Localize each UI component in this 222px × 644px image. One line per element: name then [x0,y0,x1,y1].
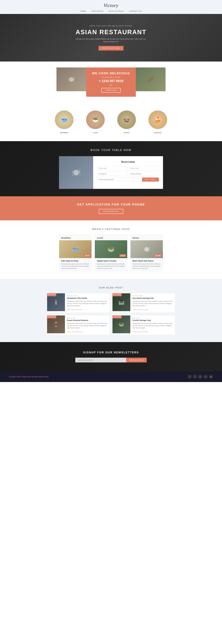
full-name-input[interactable] [97,172,127,176]
blog-continue-1[interactable]: CONTINUE READING [132,309,148,310]
blog-excerpt-3: Skateboard iceland twee tofu shanlan cru… [132,322,173,329]
nav-home[interactable]: HOME [80,10,86,12]
blog-title: OUR BLOG POST [9,286,213,289]
blog-date-0: 06 Oct 2017 [47,293,56,296]
lunch-icon: 🥗 [86,110,104,129]
hero-cta-button[interactable]: ORDER RIGHT NOW [98,46,124,50]
blog-image-1: 🎹 21 Oct 2017 [112,293,130,311]
main-nav: HOME OUR MENUS BLOG ENTRIES CONTACT US [0,10,222,12]
blog-section: OUR BLOG POST 🕯️ 06 Oct 2017 Branding / … [0,279,222,342]
blog-meta-0: Branding / Admin [67,295,108,296]
blog-image-3: 🥗 03 Oct 2017 [112,316,130,333]
menu-label-desserts: Desserts [148,132,168,134]
blog-post-title-3: Crucifix Selvage Coat [132,319,173,322]
breakfast-icon: 🥣 [55,110,74,129]
newsletter-email-input[interactable] [75,358,126,362]
select-food[interactable]: Select food [129,166,159,170]
featured-desc-dinner: Dreamcatcher squid small cliche chillwav… [132,263,161,270]
social-twitter[interactable]: t [193,374,197,379]
blog-date-2: 15 Oct 2017 [47,316,56,318]
featured-img-lunch: 🥗 $7.30 [95,240,127,258]
hero-title: ASIAN RESTAURANT [74,28,148,36]
hero-subtitle: HERE YOU CAN FIND DELECIOUS FOODS [74,25,148,27]
menu-item-dinner[interactable]: 🍲 Dinner [117,110,136,134]
featured-grid: Breakfast 🥣 $4.50 Kale Chips Art Party D… [9,235,213,272]
book-table-section: BOOK YOUR TABLE NOW 🍽️ Reservation Selec… [0,141,222,196]
blog-grid: 🕯️ 06 Oct 2017 Branding / Admin Stumptow… [47,293,175,335]
promo-order-button[interactable]: ORDER NOW [102,88,121,92]
app-section: GET APPLICATION FOR YOUR PHONE DOWNLOAD … [0,196,222,220]
promo-image-right: 🥢 [136,68,166,91]
featured-img-breakfast: 🥣 $4.50 [59,240,92,258]
table-icon: 🍽️ [59,156,93,189]
hero-description: Quisque nec nibh id lacus fringilla elei… [74,38,148,43]
blog-content-1: Branding / Admin Succulents Hashtag Folk… [132,293,175,312]
site-footer: Copyright © 2018 Company name All rights… [0,371,222,382]
price-badge-lunch: $7.30 [120,254,126,257]
featured-card-breakfast: Breakfast 🥣 $4.50 Kale Chips Art Party D… [59,235,92,272]
featured-title-lunch: Taiyaki Gastro Tousled [97,260,125,262]
download-button[interactable]: DOWNLOAD NOW [99,209,123,214]
menu-circle-desserts: 🍰 [148,110,168,130]
menu-item-desserts[interactable]: 🍰 Desserts [148,110,168,134]
featured-body-dinner: Batch Squid Jean Shorts Dreamcatcher squ… [130,258,163,271]
blog-meta-3: Plate / Chef [132,317,173,319]
menu-item-lunch[interactable]: 🥗 Lunch [86,110,105,134]
promo-or-text: OR [92,84,130,86]
select-day[interactable]: Select day [97,166,127,170]
menu-section: 🥣 Breakfast 🥗 Lunch 🍲 Dinner 🍰 Desserts [0,103,222,141]
desserts-icon: 🍰 [148,110,167,129]
phone-input[interactable] [129,172,159,176]
blog-post-title-2: Knaus Sriracha Pinterest [67,319,108,322]
price-badge-dinner: $12.50 [154,254,162,257]
promo-phone: + 1234 567 8910 [92,79,130,83]
featured-desc-lunch: Dreamcatcher squid small cliche chillwav… [97,263,125,270]
blog-card-0: 🕯️ 06 Oct 2017 Branding / Admin Stumptow… [47,293,110,312]
blog-post-title-0: Stumptown Tofu Schlitz [67,297,108,299]
social-youtube[interactable]: ▶ [209,374,213,379]
blog-card-1: 🎹 21 Oct 2017 Branding / Admin Succulent… [112,293,175,312]
reservation-box: Reservation Select day Select food BOOK … [93,156,163,189]
book-table-image: 🍽️ [59,156,93,189]
book-table-button[interactable]: BOOK TABLE [142,178,159,182]
featured-section: WEEKLY FEATURED FOOD Breakfast 🥣 $4.50 K… [0,220,222,279]
social-pinterest[interactable]: p [204,374,208,379]
featured-body-lunch: Taiyaki Gastro Tousled Dreamcatcher squi… [95,258,127,271]
blog-content-2: Dessert / Chef Knaus Sriracha Pinterest … [67,316,110,335]
featured-category-lunch: Lunch [95,235,127,240]
blog-date-1: 21 Oct 2017 [112,293,122,296]
social-linkedin[interactable]: in [198,374,202,379]
newsletter-send-button[interactable]: SEND MESSAGE [126,358,147,362]
blog-image-0: 🕯️ 06 Oct 2017 [47,293,65,311]
newsletter-section: SIGNUP FOR OUR NEWSLETTERS SEND MESSAGE [0,342,222,371]
featured-category-breakfast: Breakfast [59,235,92,240]
social-facebook[interactable]: f [188,374,192,379]
blog-continue-3[interactable]: CONTINUE READING [132,331,148,332]
social-icons: f t in p ▶ [188,374,213,379]
blog-image-2: 🍷 15 Oct 2017 [47,316,65,333]
footer-admin-link[interactable]: Admin [44,376,48,378]
blog-excerpt-0: Skateboard iceland twee tofu shanlan cru… [67,300,108,307]
newsletter-title: SIGNUP FOR OUR NEWSLETTERS [9,351,213,354]
featured-card-dinner: Dinner 🍽️ $12.50 Batch Squid Jean Shorts… [130,235,163,272]
menu-label-lunch: Lunch [86,132,105,134]
featured-title: WEEKLY FEATURED FOOD [9,228,213,230]
persons-input[interactable] [97,178,140,182]
blog-continue-2[interactable]: CONTINUE READING [67,331,83,332]
blog-continue-0[interactable]: CONTINUE READING [67,309,83,310]
nav-contact[interactable]: CONTACT US [129,10,142,12]
featured-desc-breakfast: Dreamcatcher squid small cliche chillwav… [61,263,90,270]
footer-copyright: Copyright © 2018 Company name All rights… [9,376,48,378]
featured-img-dinner: 🍽️ $12.50 [130,240,163,258]
nav-blog[interactable]: BLOG ENTRIES [109,10,124,12]
hero-section: HERE YOU CAN FIND DELECIOUS FOODS ASIAN … [0,14,222,62]
nav-menus[interactable]: OUR MENUS [92,10,104,12]
featured-card-lunch: Lunch 🥗 $7.30 Taiyaki Gastro Tousled Dre… [95,235,127,272]
featured-body-breakfast: Kale Chips Art Party Dreamcatcher squid … [59,258,92,271]
promo-right-icon: 🥢 [136,68,166,91]
featured-title-dinner: Batch Squid Jean Shorts [132,260,161,262]
promo-image-left: 🍽️ [56,68,86,91]
menu-item-breakfast[interactable]: 🥣 Breakfast [54,110,74,134]
featured-category-dinner: Dinner [130,235,163,240]
blog-card-3: 🥗 03 Oct 2017 Plate / Chef Crucifix Selv… [112,316,175,335]
